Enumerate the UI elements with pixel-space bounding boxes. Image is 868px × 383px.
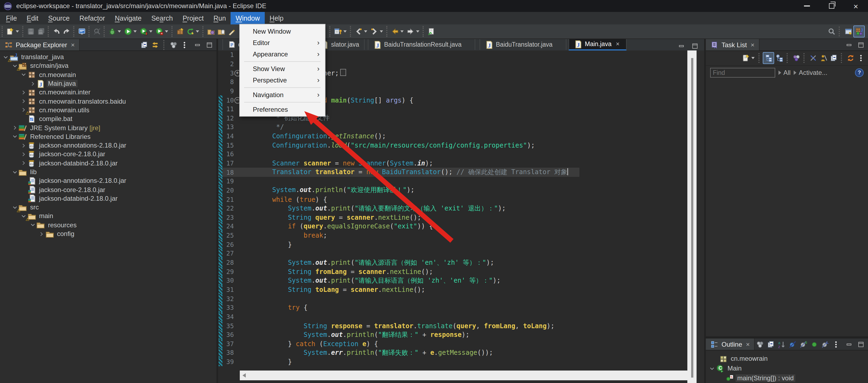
tasklist-categorized-button[interactable] [763,52,774,64]
outline-kebab-button[interactable] [831,339,841,350]
code-line-33[interactable]: 33 try { [218,303,687,312]
code-line-19[interactable]: 19 [218,177,687,186]
tree-item-translator-java[interactable]: J⚠translator_java [0,53,216,62]
code-line-15[interactable]: 15 Confinguration.load("src/main/resourc… [218,141,687,150]
close-icon[interactable]: × [71,41,74,49]
code-line-28[interactable]: 28 System.out.print("请输入源语言（例如 'en'、'zh'… [218,258,687,267]
toolbar-redo-button[interactable] [61,26,72,37]
window-menu-item-perspective[interactable]: Perspective› [240,74,325,86]
code-line-37[interactable]: 37 } catch (Exception e) { [218,339,687,348]
tab-outline[interactable]: Outline × [706,339,755,350]
code-line-27[interactable]: 27 [218,249,687,258]
code-line-32[interactable]: 32 [218,294,687,303]
toolbar-open-console-button[interactable] [76,26,87,37]
outline-hide-nonpublic-button[interactable] [809,339,819,350]
outline-collapse-all-button[interactable] [766,339,776,350]
code-line-22[interactable]: 22 System.out.print("请输入要翻译的文本（输入 'exit'… [218,204,687,213]
menu-window[interactable]: Window [231,12,265,24]
toolbar-forward-button[interactable] [405,26,415,37]
pkgexp-kebab-button[interactable] [180,39,189,50]
tasklist-group-purple-button[interactable] [791,53,801,63]
window-menu-item-new-window[interactable]: New Window [240,26,325,37]
tree-item-jackson-databind-2-18-0-jar[interactable]: 010jackson-databind-2.18.0.jar [0,159,216,168]
code-line-23[interactable]: 23 String query = scanner.nextLine(); [218,213,687,222]
dropdown-arrow-icon[interactable] [400,30,404,33]
tree-item-referenced-libraries[interactable]: Referenced Libraries [0,132,216,141]
toolbar-open-type-button[interactable] [206,26,216,37]
code-line-17[interactable]: 17 Scanner scanner = new Scanner(System.… [218,159,687,168]
menu-file[interactable]: File [1,12,22,24]
outline-maximize-icon[interactable] [856,339,866,350]
tree-item-main[interactable]: ⚠main [0,212,216,221]
code-line-25[interactable]: 25 break; [218,231,687,240]
chevron-collapsed-icon[interactable] [29,80,36,87]
toolbar-run-button[interactable] [123,26,133,37]
chevron-collapsed-icon[interactable] [20,89,27,96]
toolbar-next-annotation-button[interactable] [369,26,379,37]
close-icon[interactable]: × [746,341,750,348]
close-icon[interactable]: × [616,41,619,47]
tree-item-jackson-core-2-18-0-jar[interactable]: jackson-core-2.18.0.jar [0,185,216,194]
editor-horizontal-scrollbar[interactable] [240,371,687,380]
outline-item-main[interactable]: CMain [706,363,868,373]
dropdown-arrow-icon[interactable] [149,30,152,33]
code-line-39[interactable]: 39 } [218,357,687,366]
pkgexp-collapse-all-button[interactable] [140,39,149,50]
window-menu-item-appearance[interactable]: Appearance› [240,48,325,60]
code-line-16[interactable]: 16 [218,150,687,159]
dropdown-arrow-icon[interactable] [751,57,755,59]
outline-hide-static-button[interactable]: S [799,339,808,350]
dropdown-arrow-icon[interactable] [16,30,19,33]
toolbar-open-task-button[interactable] [216,26,226,37]
editor-tab-baidutranslator-java[interactable]: JBaiduTranslator.java [479,39,566,50]
restore-button[interactable] [819,0,844,12]
code-line-24[interactable]: 24 if (query.equalsIgnoreCase("exit")) { [218,222,687,231]
tasklist-maximize-icon[interactable] [856,39,866,50]
toolbar-update-project-button[interactable] [185,26,195,37]
dropdown-arrow-icon[interactable] [364,30,367,33]
code-line-14[interactable]: 14 Confinguration.getInstance(); [218,132,687,141]
toolbar-new-wizard-button[interactable] [5,26,15,37]
pkgexp-maximize-icon[interactable] [205,39,214,50]
editor-vertical-scrollbar[interactable] [687,51,696,383]
tasklist-filter-x-button[interactable] [808,53,818,63]
toolbar-sort-members-button[interactable] [333,26,343,37]
chevron-collapsed-icon[interactable] [38,230,45,237]
help-icon[interactable]: ? [855,68,864,77]
tree-item-cn-meowrain-inter[interactable]: cn.meowrain.inter [0,88,216,97]
toolbar-save-button[interactable] [26,26,36,37]
chevron-collapsed-icon[interactable] [20,159,27,166]
tree-item-cn-meowrain-translators-baidu[interactable]: cn.meowrain.translators.baidu [0,97,216,106]
code-line-21[interactable]: 21 while (true) { [218,195,687,204]
code-line-36[interactable]: 36 System.out.println("翻译结果：" + response… [218,330,687,339]
menu-search[interactable]: Search [147,12,178,24]
tasklist-minimize-icon[interactable] [844,39,854,50]
menu-edit[interactable]: Edit [22,12,43,24]
tree-item-main-java[interactable]: JMain.java [0,79,216,88]
pkgexp-view-menu-button[interactable] [169,39,179,50]
outline-minimize-icon[interactable] [844,339,854,350]
filter-activate[interactable]: Activate... [794,69,827,76]
tasklist-new-task-button[interactable] [741,53,751,63]
tasklist-kebab-button[interactable] [856,53,866,63]
dropdown-arrow-icon[interactable] [165,30,168,33]
editor-minimize-icon[interactable] [676,41,686,52]
menu-navigate[interactable]: Navigate [110,12,147,24]
pkgexp-minimize-icon[interactable] [193,39,203,50]
dropdown-arrow-icon[interactable] [133,30,137,33]
tree-item-cn-meowrain[interactable]: cn.meowrain [0,70,216,79]
tree-item-cn-meowrain-utils[interactable]: ⚠cn.meowrain.utils [0,106,216,115]
toolbar-coverage-button[interactable] [138,26,149,37]
tasklist-collapse-all-button[interactable] [828,53,839,63]
code-line-38[interactable]: 38 System.err.println("翻译失败：" + e.getMes… [218,348,687,357]
dropdown-arrow-icon[interactable] [196,30,199,33]
tree-item-jackson-core-2-18-0-jar[interactable]: 010jackson-core-2.18.0.jar [0,150,216,159]
toolbar-undo-button[interactable] [51,26,61,37]
find-input[interactable] [710,68,775,77]
close-button[interactable]: × [844,0,868,12]
toolbar-java-perspective-button[interactable]: J [854,26,865,37]
minimize-button[interactable] [795,0,819,12]
chevron-expanded-icon[interactable] [20,71,27,78]
tasklist-scheduled-button[interactable] [774,53,784,63]
toolbar-search-disabled-button[interactable] [92,26,102,37]
